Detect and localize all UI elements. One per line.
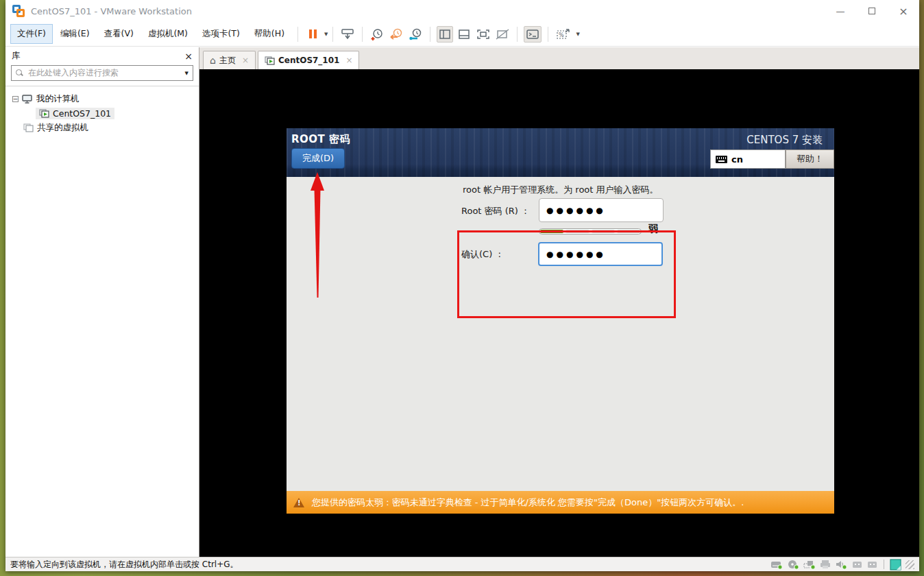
installer-body: root 帐户用于管理系统。为 root 用户输入密码。 Root 密码 (R)… (287, 177, 834, 491)
window-controls: — × (825, 0, 919, 22)
search-dropdown-caret[interactable]: ▼ (185, 71, 189, 76)
take-snapshot-button[interactable] (369, 26, 385, 43)
console-view-button[interactable] (524, 26, 542, 43)
tab-centos7-101[interactable]: CentOS7_101 × (258, 51, 360, 69)
tree-item-label: 我的计算机 (36, 93, 80, 105)
tab-home[interactable]: ⌂ 主页 × (203, 51, 256, 69)
search-icon (16, 69, 23, 77)
vmware-logo-icon (12, 5, 25, 17)
menu-edit[interactable]: 编辑(E) (54, 25, 96, 43)
vm-icon (265, 56, 275, 65)
svg-text:%: % (559, 32, 564, 38)
close-button[interactable]: × (888, 0, 919, 22)
unity-mode-button[interactable] (494, 26, 511, 43)
pause-dropdown-caret[interactable]: ▼ (324, 32, 328, 37)
usb-device-2-icon[interactable] (866, 560, 878, 570)
annotation-arrow (304, 169, 331, 302)
menu-help[interactable]: 帮助(H) (248, 25, 291, 43)
installer-header: ROOT 密码 完成(D) CENTOS 7 安装 cn 帮助！ (287, 128, 834, 177)
tree-item-my-computer[interactable]: − 我的计算机 (5, 92, 199, 106)
tree-item-centos7-101[interactable]: CentOS7_101 (5, 106, 199, 121)
library-header: 库 × (5, 47, 199, 64)
snapshot-clock-icon (370, 27, 384, 41)
fullscreen-icon (476, 29, 490, 40)
menu-tabs[interactable]: 选项卡(T) (196, 25, 246, 43)
resize-grip[interactable] (905, 560, 914, 569)
menu-vm[interactable]: 虚拟机(M) (142, 25, 194, 43)
help-button[interactable]: 帮助！ (786, 149, 834, 169)
usb-device-1-icon[interactable] (851, 560, 863, 570)
tab-label: CentOS7_101 (278, 56, 339, 65)
printer-icon[interactable] (820, 560, 831, 570)
window-title: CentOS7_101 - VMware Workstation (31, 6, 192, 16)
root-password-input[interactable]: ●●●●●● (539, 198, 664, 222)
expander-icon[interactable]: − (12, 96, 19, 102)
toggle-library-button[interactable] (437, 26, 453, 43)
done-button[interactable]: 完成(D) (291, 148, 345, 169)
tree-item-shared-vms[interactable]: 共享的虚拟机 (5, 121, 199, 135)
free-stretch-button[interactable]: % (555, 26, 572, 43)
toolbar-separator (430, 27, 430, 42)
pause-vm-button[interactable] (304, 26, 321, 43)
warning-icon: ! (293, 498, 304, 507)
console-view-icon (526, 29, 539, 40)
sound-icon[interactable] (835, 560, 848, 570)
shared-vm-icon (23, 123, 34, 132)
computer-icon (22, 95, 33, 104)
status-message: 要将输入定向到该虚拟机，请在虚拟机内部单击或按 Ctrl+G。 (10, 559, 239, 571)
status-separator (884, 560, 884, 569)
library-title: 库 (12, 50, 21, 62)
network-adapter-icon[interactable] (803, 560, 816, 570)
desktop-wallpaper: CentOS7_101 - VMware Workstation — × 文件(… (0, 0, 924, 576)
tree-item-label: 共享的虚拟机 (37, 122, 88, 134)
menu-file[interactable]: 文件(F) (11, 25, 52, 43)
warning-bar: ! 您提供的密码太弱 : 密码未通过字典检查 - 过于简单化/系统化 您需要按"… (287, 491, 834, 514)
right-pane: ⌂ 主页 × CentOS7_101 × (199, 47, 919, 557)
page-title: ROOT 密码 (291, 133, 350, 146)
toolbar-separator (548, 27, 548, 42)
toolbar-separator (297, 27, 298, 42)
vmware-window: CentOS7_101 - VMware Workstation — × 文件(… (5, 0, 919, 571)
stretch-dropdown-caret[interactable]: ▼ (576, 32, 579, 37)
unity-mode-icon (496, 29, 509, 40)
free-stretch-icon: % (556, 28, 571, 40)
title-bar: CentOS7_101 - VMware Workstation — × (5, 0, 919, 22)
library-close-icon[interactable]: × (184, 51, 193, 62)
tab-close-icon[interactable]: × (242, 56, 249, 65)
product-title: CENTOS 7 安装 (746, 134, 823, 147)
hard-disk-icon[interactable] (770, 560, 783, 570)
send-ctrl-alt-del-button[interactable] (339, 26, 356, 43)
revert-snapshot-button[interactable] (388, 26, 404, 43)
status-bar: 要将输入定向到该虚拟机，请在虚拟机内部单击或按 Ctrl+G。 (5, 557, 919, 571)
minimize-button[interactable]: — (825, 0, 856, 22)
tab-close-icon[interactable]: × (345, 56, 352, 65)
library-panel: 库 × 在此处键入内容进行搜索 ▼ − 我的计算机 (5, 47, 199, 557)
annotation-rectangle (457, 230, 676, 318)
fullscreen-button[interactable] (475, 26, 491, 43)
root-description: root 帐户用于管理系统。为 root 用户输入密码。 (463, 184, 659, 196)
menu-toolbar: 文件(F) 编辑(E) 查看(V) 虚拟机(M) 选项卡(T) 帮助(H) ▼ (5, 22, 919, 47)
tree-item-label: CentOS7_101 (53, 108, 111, 119)
menu-view[interactable]: 查看(V) (98, 25, 140, 43)
snapshot-manager-icon (409, 27, 422, 41)
toolbar-separator (362, 27, 363, 42)
maximize-button[interactable] (856, 0, 888, 22)
toolbar-separator (517, 27, 518, 42)
library-tree: − 我的计算机 CentOS7_101 (5, 86, 199, 135)
centos-installer-screen: ROOT 密码 完成(D) CENTOS 7 安装 cn 帮助！ root 帐户… (287, 128, 834, 514)
vm-console[interactable]: ROOT 密码 完成(D) CENTOS 7 安装 cn 帮助！ root 帐户… (199, 69, 919, 557)
maximize-icon (868, 8, 875, 14)
revert-snapshot-icon (389, 27, 403, 41)
device-icons (770, 559, 914, 571)
thumbnail-bar-icon (458, 29, 470, 40)
message-log-icon[interactable] (890, 559, 902, 571)
toggle-thumbnail-bar-button[interactable] (456, 26, 472, 43)
snapshot-manager-button[interactable] (407, 26, 424, 43)
tab-bar: ⌂ 主页 × CentOS7_101 × (199, 47, 919, 69)
library-search-input[interactable]: 在此处键入内容进行搜索 ▼ (11, 65, 193, 81)
home-icon: ⌂ (210, 56, 216, 65)
cd-dvd-icon[interactable] (787, 560, 800, 570)
keyboard-layout-indicator[interactable]: cn (710, 149, 786, 169)
library-panel-icon (439, 29, 451, 40)
keyboard-layout-code: cn (731, 154, 743, 165)
